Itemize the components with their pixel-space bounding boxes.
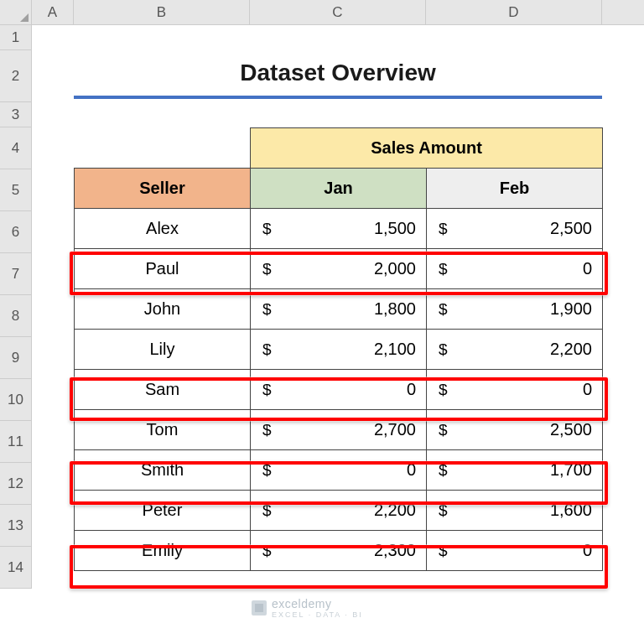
feb-cell[interactable]: $0 [427,370,603,410]
amount-value: 1,700 [550,460,592,480]
amount-value: 0 [407,460,416,480]
seller-cell[interactable]: Emily [75,531,251,571]
page-title[interactable]: Dataset Overview [74,50,602,99]
row-header-11[interactable]: 11 [0,421,32,463]
amount-value: 1,900 [550,299,592,319]
table-row: Alex$1,500$2,500 [75,209,603,249]
jan-cell[interactable]: $2,300 [251,531,427,571]
table-row: Seller Jan Feb [75,169,603,209]
table-row: Tom$2,700$2,500 [75,410,603,450]
jan-cell[interactable]: $2,100 [251,330,427,370]
currency-symbol: $ [439,340,448,359]
seller-cell[interactable]: Lily [75,330,251,370]
row-header-1[interactable]: 1 [0,25,32,50]
seller-cell[interactable]: Tom [75,410,251,450]
row-header-14[interactable]: 14 [0,547,32,589]
amount-value: 2,500 [550,219,592,238]
column-header-a[interactable]: A [32,0,74,25]
row-header-5[interactable]: 5 [0,169,32,211]
currency-symbol: $ [439,461,448,480]
header-jan[interactable]: Jan [251,169,427,209]
currency-symbol: $ [439,421,448,439]
header-sales-amount[interactable]: Sales Amount [251,128,603,169]
column-header-b[interactable]: B [74,0,250,25]
select-all-triangle[interactable] [0,0,32,25]
row-header-10[interactable]: 10 [0,379,32,421]
feb-cell[interactable]: $2,500 [427,209,603,249]
feb-cell[interactable]: $1,600 [427,491,603,531]
table-row: Lily$2,100$2,200 [75,330,603,370]
amount-value: 0 [583,380,592,399]
amount-value: 1,800 [374,299,416,319]
currency-symbol: $ [439,220,448,238]
jan-cell[interactable]: $0 [251,450,427,491]
row-header-7[interactable]: 7 [0,253,32,295]
feb-cell[interactable]: $1,900 [427,289,603,330]
amount-value: 1,500 [374,219,416,238]
watermark: exceldemy EXCEL · DATA · BI [252,597,363,619]
amount-value: 2,100 [374,340,416,359]
currency-symbol: $ [439,501,448,520]
seller-cell[interactable]: Peter [75,491,251,531]
currency-symbol: $ [262,300,272,319]
amount-value: 2,500 [550,420,592,439]
column-header-c[interactable]: C [250,0,426,25]
jan-cell[interactable]: $1,500 [251,209,427,249]
feb-cell[interactable]: $1,700 [427,450,603,491]
amount-value: 2,300 [374,541,416,560]
row-header-8[interactable]: 8 [0,295,32,337]
jan-cell[interactable]: $2,200 [251,491,427,531]
feb-cell[interactable]: $2,500 [427,410,603,450]
amount-value: 2,200 [550,340,592,359]
currency-symbol: $ [439,381,448,399]
amount-value: 0 [583,541,592,560]
amount-value: 2,000 [374,259,416,278]
jan-cell[interactable]: $2,000 [251,249,427,289]
table-row: Smith$0$1,700 [75,450,603,491]
seller-cell[interactable]: Alex [75,209,251,249]
feb-cell[interactable]: $0 [427,531,603,571]
watermark-tagline: EXCEL · DATA · BI [272,610,363,619]
amount-value: 0 [407,380,416,399]
currency-symbol: $ [439,260,448,278]
header-seller[interactable]: Seller [75,169,251,209]
data-table: Sales Amount Seller Jan Feb Alex$1,500$2… [74,127,603,571]
currency-symbol: $ [262,421,272,439]
jan-cell[interactable]: $1,800 [251,289,427,330]
feb-cell[interactable]: $2,200 [427,330,603,370]
jan-cell[interactable]: $0 [251,370,427,410]
seller-cell[interactable]: Sam [75,370,251,410]
currency-symbol: $ [439,542,448,560]
currency-symbol: $ [262,381,272,399]
row-header-3[interactable]: 3 [0,102,32,127]
column-header-d[interactable]: D [426,0,602,25]
spreadsheet-view: A B C D 1 2 3 4 5 6 7 8 9 10 11 12 13 14… [0,0,644,644]
row-header-12[interactable]: 12 [0,463,32,505]
row-header-4[interactable]: 4 [0,127,32,169]
feb-cell[interactable]: $0 [427,249,603,289]
seller-cell[interactable]: Paul [75,249,251,289]
watermark-brand: exceldemy [272,597,331,610]
currency-symbol: $ [262,220,272,238]
amount-value: 2,700 [374,420,416,439]
currency-symbol: $ [262,260,272,278]
amount-value: 2,200 [374,501,416,520]
jan-cell[interactable]: $2,700 [251,410,427,450]
currency-symbol: $ [439,300,448,319]
seller-cell[interactable]: John [75,289,251,330]
currency-symbol: $ [262,501,272,520]
row-header-13[interactable]: 13 [0,505,32,547]
row-header-6[interactable]: 6 [0,211,32,253]
table-row: Peter$2,200$1,600 [75,491,603,531]
empty-cell[interactable] [75,128,251,169]
seller-cell[interactable]: Smith [75,450,251,491]
table-row: Emily$2,300$0 [75,531,603,571]
currency-symbol: $ [262,461,272,480]
row-header-9[interactable]: 9 [0,337,32,379]
amount-value: 0 [583,259,592,278]
currency-symbol: $ [262,542,272,560]
row-header-2[interactable]: 2 [0,50,32,102]
column-header-next[interactable] [602,0,644,25]
header-feb[interactable]: Feb [427,169,603,209]
table-row: Paul$2,000$0 [75,249,603,289]
